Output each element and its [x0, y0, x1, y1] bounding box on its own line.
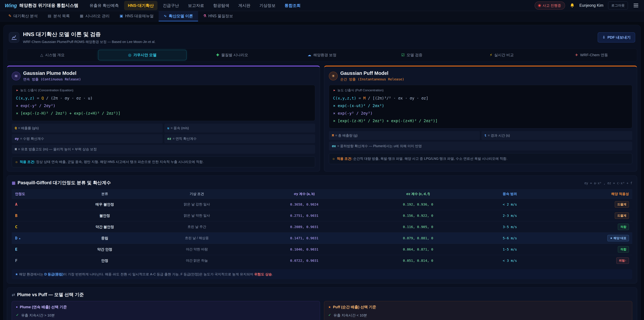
- wind-cell: 1-5 m/s: [476, 244, 543, 255]
- criteria-text: 유출 지속시간 < 10분: [334, 313, 367, 318]
- param-var: Q: [15, 126, 17, 130]
- check-icon: ✓: [16, 313, 19, 318]
- param-var: u: [167, 126, 170, 130]
- puff-burst-icon: ☀: [329, 72, 338, 80]
- model-selection-panel: ⇄ Plume vs Puff — 모델 선택 기준 ● Plume (연속 배…: [7, 287, 637, 320]
- folder-icon: ▦: [80, 14, 83, 18]
- tab-realtime-comparison[interactable]: ⚡ 실시간 비교: [458, 50, 546, 60]
- app-logo[interactable]: Wing 해양환경 위기대응 통합시스템: [5, 3, 78, 9]
- subtab-diffusion-analysis[interactable]: ✎ 대기확산 분석: [3, 11, 43, 21]
- nav-reports[interactable]: 보고자료: [184, 1, 208, 10]
- subtab-hns-response-manual[interactable]: ▣ HNS 대응매뉴얼: [114, 11, 159, 21]
- logout-button[interactable]: 로그아웃: [608, 2, 628, 10]
- incident-status-label: 사고 진행중: [542, 3, 561, 8]
- puff-equation-line-3: × exp(-y² / 2σy²): [333, 110, 628, 117]
- status-dot-icon: [538, 5, 540, 7]
- page-title: HNS 대기확산 모델 이론 및 검증: [23, 31, 156, 38]
- note-label: 적용 조건:: [20, 160, 35, 164]
- tab-label: 물질별 시나리오: [221, 53, 248, 58]
- tab-model-validation[interactable]: ☑ 모델 검증: [368, 50, 456, 60]
- subtab-scenario-management[interactable]: ▦ 시나리오 관리: [75, 11, 114, 21]
- table-row-f: F 안정 야간 맑은 하늘 0.0722, 0.9031 0.051, 0.81…: [12, 255, 632, 266]
- tab-substance-scenarios[interactable]: ✚ 물질별 시나리오: [188, 50, 276, 60]
- subtab-analysis-list[interactable]: ▤ 분석 목록: [43, 11, 75, 21]
- pencil-icon: ✎: [8, 14, 12, 18]
- applicability-badge: 적합: [618, 224, 629, 230]
- param-var: H: [15, 147, 17, 151]
- sub-navigation-bar: ✎ 대기확산 분석 ▤ 분석 목록 ▦ 시나리오 관리 ▣ HNS 대응매뉴얼 …: [0, 11, 644, 22]
- nav-integrated-search[interactable]: 통합조회: [281, 1, 304, 10]
- subtab-label: 대기확산 분석: [14, 14, 38, 19]
- param-var: σy: [15, 137, 19, 141]
- plume-parameters: Q= 배출률 (g/s) u= 풍속 (m/s) σy= 수평 확산계수 σz=…: [12, 124, 315, 154]
- eq-op: =: [356, 96, 363, 100]
- puff-criteria-title-row: ★ Puff (순간 배출) 선택 기준: [328, 304, 628, 309]
- check-square-icon: ☑: [401, 53, 405, 57]
- tab-marine-correction[interactable]: ☁ 해양환경 보정: [278, 50, 366, 60]
- subtab-label: HNS 대응매뉴얼: [125, 14, 154, 19]
- subtab-label: 분석 목록: [53, 14, 70, 19]
- class-cell: 약간 안정: [65, 244, 145, 255]
- stability-table: 안정도 분류 기상 조건 σy 계수 (a, b) σz 계수 (c, d, f…: [12, 189, 632, 266]
- incident-status-badge[interactable]: 사고 진행중: [535, 2, 565, 10]
- nav-oil-spill-prediction[interactable]: 유출유 확산예측: [86, 1, 122, 10]
- lightning-icon: ⚡: [490, 53, 492, 57]
- nav-aerial-search[interactable]: 항공탐색: [210, 1, 233, 10]
- pdf-export-button[interactable]: ⇩ PDF 내보내기: [598, 32, 635, 43]
- param-desc: = 수평 확산계수: [20, 137, 44, 140]
- class-cell: 안정: [65, 255, 145, 266]
- badge-cell: 적합: [543, 244, 632, 255]
- gaussian-puff-card: ☀ Gaussian Puff Model 순간 방출 (Instantaneo…: [324, 66, 637, 171]
- badge-cell: 적합: [543, 221, 632, 232]
- cloud-icon: ☁: [308, 53, 311, 57]
- check-icon: ✓: [328, 313, 331, 318]
- badge-cell: 드물게: [543, 210, 632, 221]
- eq-var: M: [363, 96, 366, 100]
- menu-icon[interactable]: [632, 3, 639, 8]
- sigma-z-cell: 0.079, 0.881, 0: [360, 232, 476, 244]
- param-sigma-y: σy= 수평 확산계수: [12, 134, 163, 143]
- weather-cell: 흐린 날 주간: [145, 221, 249, 232]
- page-chart-icon: [9, 32, 19, 43]
- nav-hns-atmospheric-diffusion[interactable]: HNS·대기확산: [124, 1, 158, 10]
- puff-criteria-title: Puff (순간 배출) 선택 기준: [333, 304, 376, 309]
- sigma-z-cell: 0.051, 0.814, 0: [360, 255, 476, 266]
- wind-cell: 5-6 m/s: [476, 232, 543, 244]
- nav-weather-info[interactable]: 기상정보: [256, 1, 279, 10]
- param-h: H= 유효 방출고도 (m) — 물리적 높이 + 부력 상승 보정: [12, 145, 315, 154]
- param-m: M= 총 배출량 (g): [329, 131, 480, 140]
- compare-icon: ⇄: [12, 292, 15, 297]
- wind-cell: 3-5 m/s: [476, 221, 543, 232]
- grade-cell: B: [12, 210, 65, 221]
- param-desc: = 연직 확산계수: [173, 137, 197, 140]
- notification-bell-icon[interactable]: [570, 3, 575, 8]
- tab-gaussian-model[interactable]: ◎ 가우시안 모델: [98, 50, 187, 60]
- subtab-hns-substance-info[interactable]: ⚗ HNS 물질정보: [198, 11, 238, 21]
- class-cell: 매우 불안정: [65, 199, 145, 210]
- sigma-y-cell: 0.1046, 0.9031: [249, 244, 360, 255]
- param-u: u= 풍속 (m/s): [164, 124, 315, 133]
- stability-panel-title: Pasquill-Gifford 대기안정도 분류 및 확산계수: [18, 180, 111, 186]
- sigma-z-cell: 0.192, 0.936, 0: [360, 199, 476, 210]
- model-cards-row: ≋ Gaussian Plume Model 연속 방출 (Continuous…: [7, 66, 637, 171]
- plume-card-header: ≋ Gaussian Plume Model 연속 방출 (Continuous…: [12, 71, 315, 82]
- note-text: 정상 상태 연속 배출, 균일 풍속, 평탄 지형. 해양 HNS 사고에서 탱…: [35, 160, 204, 164]
- selection-boxes: ● Plume (연속 배출) 선택 기준 ✓유출 지속시간 > 10분 ✓탱크…: [12, 301, 632, 320]
- col-wind-range: 풍속 범위: [476, 189, 543, 199]
- stability-table-head: 안정도 분류 기상 조건 σy 계수 (a, b) σz 계수 (c, d, f…: [12, 189, 632, 199]
- star-icon: ★: [15, 272, 18, 276]
- weather-cell: 야간 약한 바람: [145, 244, 249, 255]
- plume-equation-line-2: × exp(-y² / 2σy²): [16, 102, 311, 110]
- nav-board[interactable]: 게시판: [234, 1, 254, 10]
- tab-system-overview[interactable]: △ 시스템 개요: [8, 50, 97, 60]
- wind-cell: < 3 m/s: [476, 255, 543, 266]
- nav-emergency-rescue[interactable]: 긴급구난: [159, 1, 183, 10]
- subtab-diffusion-model-theory[interactable]: ∿ 확산모델 이론: [159, 11, 198, 21]
- tab-wrf-chem-integration[interactable]: ✈ WRF-Chem 연동: [547, 50, 636, 60]
- sigma-z-cell: 0.064, 0.871, 0: [360, 244, 476, 255]
- section-tabs: △ 시스템 개요 ◎ 가우시안 모델 ✚ 물질별 시나리오 ☁ 해양환경 보정 …: [7, 49, 637, 62]
- table-row-d-highlighted: D★ 중립 흐린 날 / 해상풍 0.1471, 0.9031 0.079, 0…: [12, 232, 632, 244]
- weather-cell: 흐린 날 / 해상풍: [145, 232, 249, 244]
- footnote-text: 이 가장 빈번하게 나타난다. 해풍·파도 전환 시 일시적으로 A-C 등급 …: [64, 272, 254, 276]
- puff-equation-block: ► 농도 산출식 (Puff Concentration) C(x,y,z,t)…: [329, 85, 632, 128]
